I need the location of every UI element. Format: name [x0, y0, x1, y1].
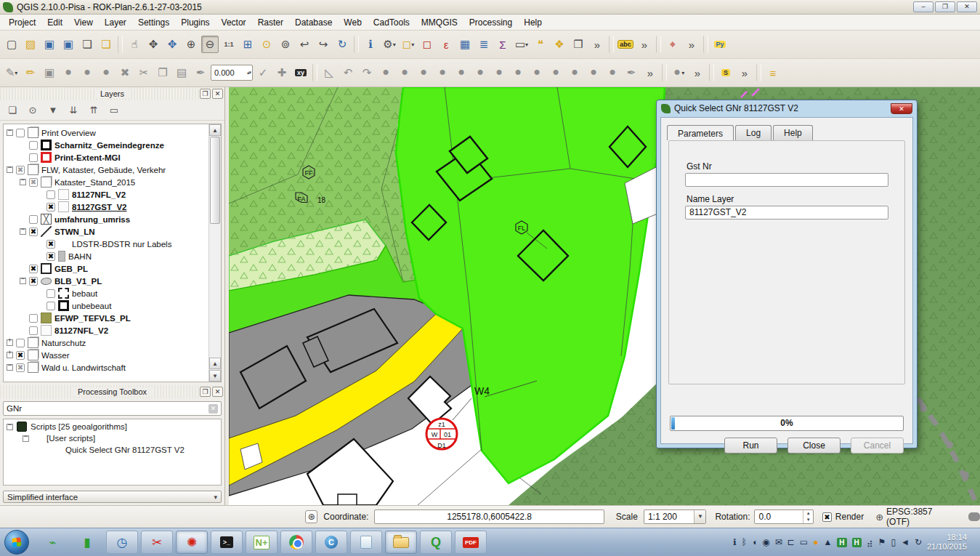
offset-curve-button[interactable]: ⚫ — [528, 64, 546, 81]
menu-project[interactable]: Project — [3, 16, 41, 29]
layer-checkbox[interactable] — [29, 153, 38, 162]
move-feature-button[interactable]: ⚫ — [78, 64, 96, 81]
panel-close-button[interactable]: ✕ — [212, 89, 223, 99]
tray-info-icon[interactable]: ℹ — [733, 537, 737, 547]
layer-checkbox[interactable] — [46, 302, 55, 310]
add-group-button[interactable]: ❏ — [4, 102, 20, 118]
tray-h2-icon[interactable]: H — [852, 538, 862, 547]
layer-group-naturschutz[interactable]: Naturschutz — [4, 337, 221, 349]
layer-bahn[interactable]: BAHN — [4, 250, 221, 262]
gst-nr-input[interactable] — [685, 173, 888, 187]
tray-anydesk-icon[interactable]: ● — [813, 537, 818, 547]
fill-ring-button[interactable]: ⚫ — [453, 64, 470, 81]
layer-checkbox[interactable] — [16, 351, 25, 360]
layer-checkbox[interactable] — [46, 190, 55, 199]
rotate-feature-button[interactable]: ⚫ — [377, 64, 394, 81]
menu-layer[interactable]: Layer — [99, 16, 132, 29]
identify-features-button[interactable]: ℹ — [362, 36, 379, 53]
layers-stack-button[interactable]: ≡ — [764, 64, 782, 81]
dialog-titlebar[interactable]: Quick Select GNr 81127GST V2 ✕ — [657, 100, 917, 116]
zoom-next-button[interactable]: ↪ — [315, 36, 332, 53]
irfanview-icon[interactable]: ✺ — [176, 531, 208, 554]
dialog-tab-log[interactable]: Log — [735, 125, 772, 140]
close-dialog-button[interactable]: Close — [787, 438, 841, 454]
circular-string-button[interactable]: ⚫ — [670, 64, 687, 81]
explorer-icon[interactable] — [385, 531, 417, 554]
layer-81127nfl-v2[interactable]: 81127NFL_V2 — [4, 188, 221, 201]
split-parts-button[interactable]: ⚫ — [566, 64, 583, 81]
merge-attributes-button[interactable]: ⚫ — [604, 64, 621, 81]
close-button[interactable]: ✕ — [957, 1, 977, 12]
dropdown-arrow-icon[interactable]: ▼ — [694, 510, 705, 523]
menu-mmqgis[interactable]: MMQGIS — [416, 16, 463, 29]
expander-icon[interactable] — [20, 179, 26, 185]
qgis-taskbar-icon[interactable]: Q — [420, 531, 452, 554]
snipping-tool-icon[interactable]: ✂ — [141, 531, 173, 554]
menu-help[interactable]: Help — [518, 16, 548, 29]
cadtools-crosshair-button[interactable]: ⌖ — [664, 36, 681, 53]
layer-scharnitz-gemeindegrenze[interactable]: Scharnitz_Gemeindegrenze — [4, 139, 221, 151]
processing-search-input[interactable]: GNr ✕ — [3, 401, 222, 416]
pen-button[interactable]: ✒ — [192, 64, 209, 81]
layer-checkbox[interactable] — [16, 129, 25, 137]
expander-icon[interactable] — [7, 129, 13, 136]
cut-features-button[interactable]: ✂ — [135, 64, 153, 81]
zoom-out-button[interactable]: ⊖ — [201, 36, 219, 53]
current-edits-button[interactable]: ✎ — [3, 64, 20, 81]
minimize-button[interactable]: – — [913, 1, 934, 12]
layer-checkbox[interactable] — [29, 215, 38, 224]
tray-sync-icon[interactable]: ↻ — [915, 537, 922, 547]
layer-checkbox[interactable] — [29, 277, 38, 286]
simplify-feature-button[interactable]: ⚫ — [396, 64, 413, 81]
layer-geb-pl[interactable]: GEB_PL — [4, 262, 221, 275]
layer-81127nfl-v2-b[interactable]: 81127NFL_V2 — [4, 324, 221, 337]
layer-group-wald[interactable]: Wald u. Landwirtschaft — [4, 361, 221, 374]
proc-user-scripts-group[interactable]: [User scripts] — [4, 432, 221, 444]
statistics-button[interactable]: ≣ — [475, 36, 493, 53]
undo-button[interactable]: ↶ — [339, 64, 357, 81]
select-features-button[interactable]: ◻ — [400, 36, 417, 53]
layer-checkbox[interactable] — [46, 252, 55, 261]
paste-features-button[interactable]: ▤ — [173, 64, 190, 81]
layer-visibility-button[interactable]: ⊙ — [25, 102, 41, 118]
layer-checkbox[interactable] — [46, 289, 55, 298]
snapping-options-button[interactable]: ✓ — [254, 64, 272, 81]
composer-manager-button[interactable]: ❏ — [97, 36, 115, 53]
toolbar-overflow-button[interactable]: » — [683, 36, 700, 53]
tray-bluetooth-icon[interactable]: ᛒ — [742, 537, 747, 547]
add-ring-button[interactable]: ⚫ — [415, 64, 432, 81]
layer-group-kataster-2015[interactable]: Kataster_Stand_2015 — [4, 176, 221, 188]
layer-ldstr-bdstr[interactable]: LDSTR-BDSTR nur Labels — [4, 238, 221, 250]
split-features-button[interactable]: ⚫ — [547, 64, 564, 81]
command-prompt-icon[interactable]: >_ — [211, 531, 243, 554]
tray-h1-icon[interactable]: H — [837, 538, 846, 547]
delete-ring-button[interactable]: ⚫ — [471, 64, 489, 81]
tray-moon-icon[interactable]: ◖ — [752, 537, 757, 547]
new-project-button[interactable]: ▢ — [3, 36, 20, 53]
measure-button[interactable]: ▭ — [513, 36, 530, 53]
dialog-close-button[interactable]: ✕ — [891, 103, 912, 114]
toolbar-overflow-button[interactable]: » — [689, 64, 706, 81]
coordinate-input[interactable]: 1255178.0,6005422.8 — [374, 509, 604, 524]
crs-status-button[interactable]: EPSG:3857 (OTF) — [886, 507, 955, 527]
layer-stwn-ln[interactable]: STWN_LN — [4, 225, 221, 238]
expander-icon[interactable] — [20, 228, 26, 235]
run-button[interactable]: Run — [724, 438, 777, 454]
tray-battery-icon[interactable]: ▯ — [891, 537, 896, 547]
toolbar-overflow-button[interactable]: » — [736, 64, 753, 81]
expander-icon[interactable] — [7, 339, 13, 346]
menu-vector[interactable]: Vector — [216, 16, 252, 29]
toolbar-overflow-button[interactable]: » — [641, 64, 659, 81]
dialog-tab-help[interactable]: Help — [773, 125, 813, 140]
python-console-button[interactable]: Py — [711, 36, 729, 53]
layer-checkbox[interactable] — [29, 178, 38, 187]
layer-checkbox[interactable] — [16, 363, 25, 372]
layer-checkbox[interactable] — [16, 339, 25, 347]
save-project-button[interactable]: ▣ — [41, 36, 58, 53]
delete-selected-button[interactable]: ✖ — [116, 64, 134, 81]
rotation-spinbox[interactable]: 0.0 ▲▼ — [754, 509, 814, 524]
clear-search-icon[interactable]: ✕ — [208, 404, 218, 414]
zoom-in-button[interactable]: ⊕ — [182, 36, 200, 53]
scale-combobox[interactable]: 1:1 200▼ — [644, 509, 707, 524]
menu-database[interactable]: Database — [289, 16, 338, 29]
